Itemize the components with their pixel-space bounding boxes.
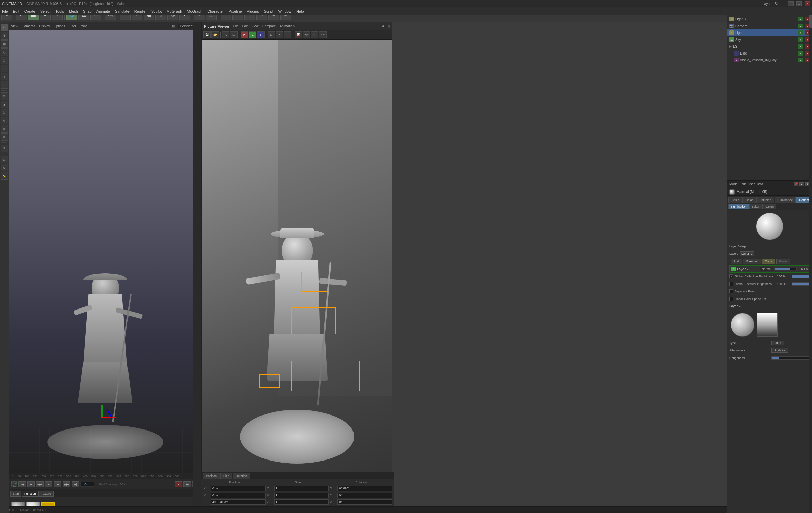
size-h-input[interactable] [274,493,329,498]
menu-mesh[interactable]: Mesh [69,9,78,13]
next-frame-btn[interactable]: ▶| [72,481,79,487]
rotation-tab[interactable]: Rotation [233,473,251,479]
menu-motion-tracker[interactable]: MoGraph [166,9,182,13]
snap-tool[interactable]: ⊡ [1,156,8,163]
prev-frame-btn[interactable]: ◀ [27,481,35,487]
me-linear-color-checkbox[interactable] [729,297,733,301]
obj-sky[interactable]: ☁ Sky ● ● [727,36,812,43]
obj-sky-eye[interactable]: ● [798,37,803,42]
measure-tool[interactable]: 📏 [1,172,8,180]
viewport-tab-display[interactable]: Display [39,24,50,28]
loop-tool[interactable]: ⊂ [1,117,8,124]
obj-camera[interactable]: 📷 Camera ● ● [727,22,812,29]
me-user-data[interactable]: User Data [748,182,763,186]
me-arrow-up-icon[interactable]: ▲ [799,182,804,186]
menu-simulate[interactable]: Simulate [115,9,130,13]
me-add-btn[interactable]: Add [731,259,742,264]
menu-render[interactable]: Render [134,9,147,13]
obj-statue-eye[interactable]: ● [798,58,803,62]
pos-x-input[interactable] [211,486,266,491]
pos-z-input[interactable] [211,499,266,505]
go-start-btn[interactable]: |◀ [18,481,26,487]
me-layer-mode[interactable]: Normal [760,267,773,271]
tool7[interactable]: ◈ [1,73,8,80]
keyframe-btn[interactable]: ◆ [183,481,191,487]
obj-light[interactable]: ☀ Light ● ● [727,29,812,36]
scale-tool[interactable]: ⊞ [1,40,8,48]
pv-menu-animation[interactable]: Animation [280,24,295,28]
pv-btn-g[interactable]: G [249,31,256,38]
magnet-tool[interactable]: ⊜ [1,125,8,133]
tool5[interactable]: ⬚ [1,57,8,64]
menu-character[interactable]: Character [207,9,224,13]
pv-btn-r[interactable]: R [241,31,248,38]
knife-tool[interactable]: ⚔ [1,109,8,116]
pv-btn-ab[interactable]: A|B [303,31,310,38]
pv-btn-zoom-in[interactable]: + [276,31,283,38]
me-global-specular-bar[interactable] [792,282,810,286]
rot-z-input[interactable] [337,499,392,505]
pv-btn-zoom-fit[interactable]: ⊡ [268,31,275,38]
pv-btn-region[interactable]: ⊡ [230,31,238,38]
me-attenuation-dropdown[interactable]: Additive [771,348,788,353]
viewport-tab-panel[interactable]: Panel [80,24,89,28]
maximize-button[interactable]: □ [796,1,802,6]
viewport-tab-cameras[interactable]: Cameras [22,24,36,28]
me-layer-visible-icon[interactable]: ✓ [731,267,736,271]
pv-btn-save[interactable]: 💾 [203,31,211,38]
weld-tool[interactable]: ⊛ [1,133,8,141]
menu-plugins[interactable]: Plugins [247,9,259,13]
pv-btn-histogram[interactable]: 📊 [295,31,302,38]
rot-x-input[interactable] [337,486,392,491]
pv-btn-lut[interactable]: A [222,31,229,38]
me-edit[interactable]: Edit [740,182,746,186]
obj-disc[interactable]: ○ Disc ● ● [727,50,812,57]
pv-menu-edit[interactable]: Edit [242,24,248,28]
size-z-input[interactable] [274,499,329,505]
me-sub-tab-assign[interactable]: Assign [762,204,776,209]
pv-btn-3d[interactable]: 3D [311,31,318,38]
pv-menu-compare[interactable]: Compare [262,24,276,28]
play-reverse-btn[interactable]: ◀◀ [36,481,44,487]
tab-texture[interactable]: Texture [39,491,54,497]
minimize-button[interactable]: _ [788,1,794,6]
menu-mograph[interactable]: MoGraph [187,9,202,13]
pv-menu-file[interactable]: File [233,24,239,28]
menu-help[interactable]: Help [296,9,304,13]
obj-camera-eye[interactable]: ● [798,24,803,28]
me-tab-color[interactable]: Color [742,197,756,203]
obj-lg-eye[interactable]: ● [798,44,803,49]
me-layer-row[interactable]: ✓ Layer -3 Normal 69 % [729,265,810,273]
obj-statue[interactable]: ▲ Statue_Bressant_1M_Poly ● ● [727,57,812,63]
rot-y-input[interactable] [337,493,392,498]
stop-btn[interactable]: ■ [45,481,52,487]
menu-script[interactable]: Script [264,9,273,13]
me-global-reflection-bar[interactable] [792,275,810,278]
me-tab-luminance[interactable]: Luminance [775,197,796,203]
menu-animate[interactable]: Animate [96,9,110,13]
pv-btn-b[interactable]: B [257,31,265,38]
viewport-maximize[interactable]: ⊞ [172,24,175,28]
menu-create[interactable]: Create [24,9,35,13]
pv-btn-vr[interactable]: VR [319,31,327,38]
me-copy-btn[interactable]: Copy [762,259,775,264]
menu-window[interactable]: Window [278,9,291,13]
axis-tool[interactable]: ⊕ [1,164,8,171]
obj-disc-eye[interactable]: ● [798,51,803,56]
me-type-dropdown[interactable]: GGX [771,341,784,345]
me-tab-basic[interactable]: Basic [728,197,742,203]
pv-menu-view[interactable]: View [251,24,259,28]
viewport-tab-options[interactable]: Options [54,24,65,28]
paint-tool[interactable]: ✏ [1,92,8,100]
move-tool[interactable]: ✛ [1,32,8,40]
pv-btn-open[interactable]: 📂 [211,31,219,38]
obj-light3-eye[interactable]: ● [798,17,803,21]
pv-btn-zoom-out[interactable]: - [284,31,291,38]
menu-select[interactable]: Select [40,9,51,13]
pos-y-input[interactable] [211,493,266,498]
size-x-input[interactable] [274,486,329,491]
me-global-specular-checkbox[interactable]: ✓ [729,282,733,286]
menu-file[interactable]: File [2,9,8,13]
me-roughness-bar[interactable] [771,356,810,360]
me-scrollbar[interactable] [809,181,812,513]
